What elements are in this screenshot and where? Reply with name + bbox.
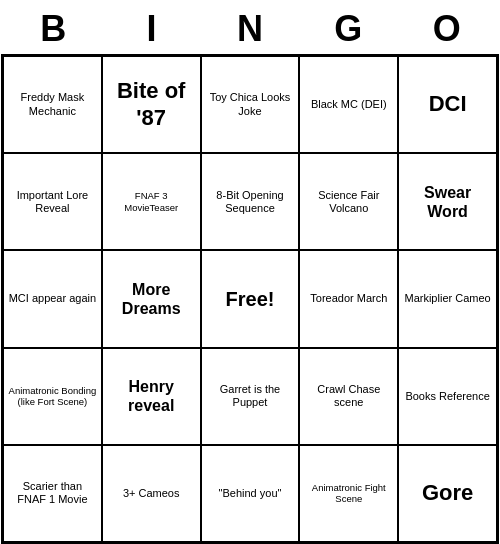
title-letter: O xyxy=(398,8,496,50)
cell-2-1: More Dreams xyxy=(102,250,201,347)
cell-1-2: 8-Bit Opening Sequence xyxy=(201,153,300,250)
cell-4-4: Gore xyxy=(398,445,497,542)
title-letter: I xyxy=(102,8,200,50)
cell-0-3: Black MC (DEI) xyxy=(299,56,398,153)
cell-3-4: Books Reference xyxy=(398,348,497,445)
cell-1-4: Swear Word xyxy=(398,153,497,250)
cell-2-2: Free! xyxy=(201,250,300,347)
cell-1-0: Important Lore Reveal xyxy=(3,153,102,250)
cell-2-0: MCI appear again xyxy=(3,250,102,347)
title-letter: B xyxy=(4,8,102,50)
cell-4-1: 3+ Cameos xyxy=(102,445,201,542)
cell-1-1: FNAF 3 MovieTeaser xyxy=(102,153,201,250)
title-letter: N xyxy=(201,8,299,50)
cell-0-0: Freddy Mask Mechanic xyxy=(3,56,102,153)
cell-0-2: Toy Chica Looks Joke xyxy=(201,56,300,153)
cell-2-4: Markiplier Cameo xyxy=(398,250,497,347)
cell-4-2: "Behind you" xyxy=(201,445,300,542)
cell-2-3: Toreador March xyxy=(299,250,398,347)
cell-3-0: Animatronic Bonding (like Fort Scene) xyxy=(3,348,102,445)
cell-1-3: Science Fair Volcano xyxy=(299,153,398,250)
bingo-title: BINGO xyxy=(0,0,500,54)
cell-3-3: Crawl Chase scene xyxy=(299,348,398,445)
cell-4-3: Animatronic Fight Scene xyxy=(299,445,398,542)
bingo-grid: Freddy Mask MechanicBite of '87Toy Chica… xyxy=(1,54,499,544)
cell-3-2: Garret is the Puppet xyxy=(201,348,300,445)
cell-4-0: Scarier than FNAF 1 Movie xyxy=(3,445,102,542)
title-letter: G xyxy=(299,8,397,50)
cell-3-1: Henry reveal xyxy=(102,348,201,445)
cell-0-1: Bite of '87 xyxy=(102,56,201,153)
cell-0-4: DCI xyxy=(398,56,497,153)
